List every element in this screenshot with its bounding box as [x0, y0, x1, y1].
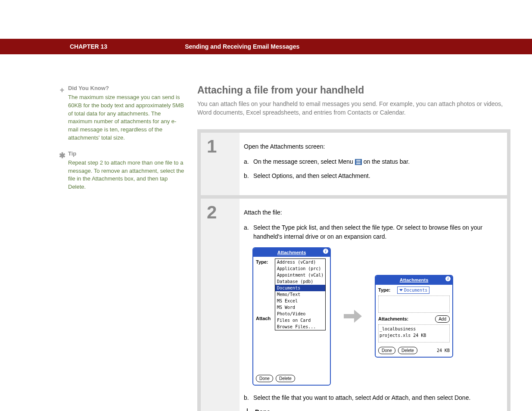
asterisk-icon: ✱ [56, 150, 68, 191]
done-button[interactable]: Done [256, 375, 273, 382]
chapter-header: CHAPTER 13 Sending and Receiving Email M… [0, 39, 532, 54]
step2-lead: Attach the file: [244, 208, 500, 217]
main-content: Attaching a file from your handheld You … [197, 84, 510, 411]
add-button[interactable]: Add [435, 315, 450, 323]
type-label: Type: [378, 286, 397, 294]
done-label: Done [255, 408, 270, 411]
attachments-dialog-filled: Attachments i Type: Documents At [375, 275, 453, 358]
list-item[interactable]: Database (pdb) [275, 278, 325, 285]
info-icon[interactable]: i [323, 249, 328, 254]
step-1: 1 Open the Attachments screen: a. On the… [201, 133, 507, 195]
dialog-title: Attachments i [253, 248, 330, 257]
chapter-label: CHAPTER 13 [70, 43, 107, 50]
did-you-know-heading: Did You Know? [68, 84, 185, 93]
step1-b: b. Select Options, and then select Attac… [244, 171, 500, 181]
list-item[interactable]: Browse Files... [275, 324, 325, 330]
menu-icon [355, 159, 362, 165]
attach-label-short: Attach [256, 315, 273, 322]
tip-text: Repeat step 2 to attach more than one fi… [68, 159, 185, 191]
list-item[interactable]: Application (prc) [275, 265, 325, 272]
arrow-right-icon [344, 302, 362, 330]
steps-container: 1 Open the Attachments screen: a. On the… [197, 129, 510, 411]
total-size: 24 KB [437, 347, 450, 354]
chapter-title: Sending and Receiving Email Messages [185, 43, 299, 50]
attachments-list-box[interactable]: _localbusiness projects.xls 24 KB [378, 324, 450, 342]
did-you-know-block: + Did You Know? The maximum size message… [56, 84, 185, 142]
chevron-down-icon [399, 289, 403, 291]
sidebar: + Did You Know? The maximum size message… [56, 84, 185, 411]
list-item[interactable]: Files on Card [275, 317, 325, 324]
delete-button[interactable]: Delete [276, 375, 295, 382]
attachments-label: Attachments: [378, 315, 408, 323]
list-item[interactable]: Address (vCard) [275, 259, 325, 265]
dialog-title: Attachments i [376, 276, 452, 285]
delete-button[interactable]: Delete [398, 347, 417, 354]
step1-lead: Open the Attachments screen: [244, 142, 500, 151]
type-dropdown[interactable]: Documents [397, 286, 429, 294]
step-number: 2 [201, 199, 240, 411]
done-arrow-icon [244, 408, 251, 411]
intro-paragraph: You can attach files on your handheld to… [197, 100, 510, 117]
attachment-entry[interactable]: _localbusiness projects.xls 24 KB [380, 326, 448, 339]
list-item[interactable]: MS Word [275, 304, 325, 311]
tip-block: ✱ Tip Repeat step 2 to attach more than … [56, 150, 185, 191]
did-you-know-text: The maximum size message you can send is… [68, 93, 185, 142]
done-marker: Done [244, 408, 500, 411]
step-number: 1 [201, 133, 240, 195]
done-button[interactable]: Done [378, 347, 395, 354]
type-picklist[interactable]: Address (vCard) Application (prc) Appoin… [275, 258, 326, 330]
list-item[interactable]: Photo/Video [275, 311, 325, 317]
list-item[interactable]: MS Excel [275, 298, 325, 304]
section-title: Attaching a file from your handheld [197, 84, 510, 96]
list-item-selected[interactable]: Documents [275, 285, 325, 291]
tip-heading: Tip [68, 150, 185, 158]
step2-b: b. Select the file that you want to atta… [244, 393, 500, 402]
screenshot-row: Attachments i Type: Address (vCard) Appl… [252, 247, 500, 386]
file-browser-box[interactable] [378, 296, 450, 313]
plus-icon: + [56, 84, 68, 142]
step-2: 2 Attach the file: a. Select the Type pi… [201, 199, 507, 411]
step2-a: a. Select the Type pick list, and then s… [244, 223, 500, 241]
list-item[interactable]: Appointment (vCal) [275, 272, 325, 278]
info-icon[interactable]: i [445, 276, 451, 281]
type-label: Type: [256, 258, 275, 266]
step1-a: a. On the message screen, select Menu on… [244, 157, 500, 166]
attachments-dialog-picklist: Attachments i Type: Address (vCard) Appl… [252, 247, 331, 386]
list-item[interactable]: Memo/Text [275, 291, 325, 298]
